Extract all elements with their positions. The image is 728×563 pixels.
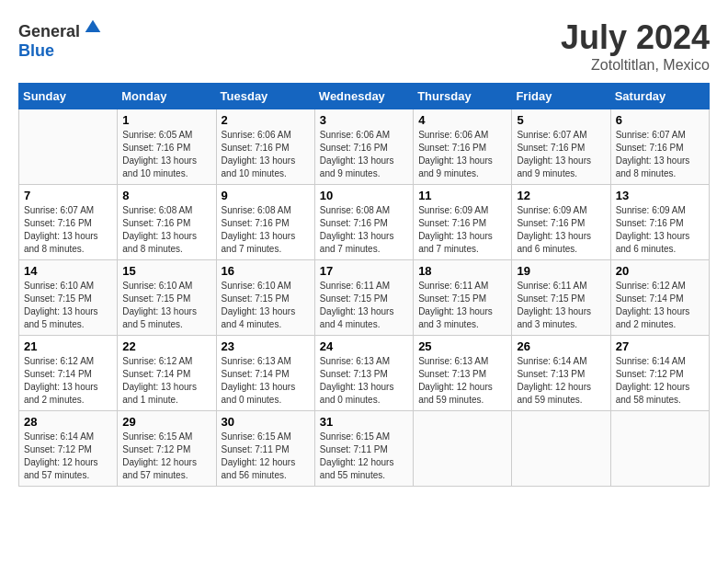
calendar-week-0: 1Sunrise: 6:05 AM Sunset: 7:16 PM Daylig… — [19, 109, 710, 185]
calendar-week-4: 28Sunrise: 6:14 AM Sunset: 7:12 PM Dayli… — [19, 411, 710, 487]
calendar-cell: 14Sunrise: 6:10 AM Sunset: 7:15 PM Dayli… — [19, 260, 118, 336]
day-info: Sunrise: 6:12 AM Sunset: 7:14 PM Dayligh… — [616, 280, 704, 331]
calendar-cell: 5Sunrise: 6:07 AM Sunset: 7:16 PM Daylig… — [512, 109, 610, 185]
day-info: Sunrise: 6:14 AM Sunset: 7:12 PM Dayligh… — [616, 355, 704, 407]
day-number: 17 — [320, 264, 408, 278]
day-info: Sunrise: 6:12 AM Sunset: 7:14 PM Dayligh… — [122, 355, 210, 407]
calendar-cell: 30Sunrise: 6:15 AM Sunset: 7:11 PM Dayli… — [216, 411, 314, 487]
calendar-cell: 28Sunrise: 6:14 AM Sunset: 7:12 PM Dayli… — [19, 411, 118, 487]
logo: General Blue — [18, 18, 102, 61]
day-info: Sunrise: 6:11 AM Sunset: 7:15 PM Dayligh… — [320, 280, 408, 331]
day-info: Sunrise: 6:15 AM Sunset: 7:11 PM Dayligh… — [222, 431, 310, 482]
calendar-cell: 17Sunrise: 6:11 AM Sunset: 7:15 PM Dayli… — [314, 260, 413, 336]
day-number: 26 — [517, 339, 605, 353]
day-info: Sunrise: 6:12 AM Sunset: 7:14 PM Dayligh… — [24, 355, 112, 407]
day-number: 7 — [24, 189, 112, 202]
calendar-cell: 1Sunrise: 6:05 AM Sunset: 7:16 PM Daylig… — [118, 109, 216, 185]
title-area: July 2024 Zotoltitlan, Mexico — [561, 18, 710, 74]
day-number: 12 — [517, 189, 605, 202]
day-number: 25 — [418, 339, 506, 353]
calendar-cell: 27Sunrise: 6:14 AM Sunset: 7:12 PM Dayli… — [610, 336, 709, 411]
header-row: SundayMondayTuesdayWednesdayThursdayFrid… — [19, 84, 710, 109]
calendar-cell: 7Sunrise: 6:07 AM Sunset: 7:16 PM Daylig… — [19, 185, 118, 260]
calendar-cell: 15Sunrise: 6:10 AM Sunset: 7:15 PM Dayli… — [118, 260, 216, 336]
calendar-week-3: 21Sunrise: 6:12 AM Sunset: 7:14 PM Dayli… — [19, 336, 710, 411]
day-number: 10 — [320, 189, 408, 202]
day-info: Sunrise: 6:06 AM Sunset: 7:16 PM Dayligh… — [222, 129, 310, 180]
day-number: 31 — [320, 415, 408, 429]
day-info: Sunrise: 6:09 AM Sunset: 7:16 PM Dayligh… — [418, 204, 506, 256]
calendar-cell: 11Sunrise: 6:09 AM Sunset: 7:16 PM Dayli… — [414, 185, 512, 260]
day-info: Sunrise: 6:10 AM Sunset: 7:15 PM Dayligh… — [24, 280, 112, 331]
header-day-saturday: Saturday — [610, 84, 709, 109]
day-number: 14 — [24, 264, 112, 278]
day-number: 2 — [222, 113, 310, 127]
calendar-cell: 26Sunrise: 6:14 AM Sunset: 7:13 PM Dayli… — [512, 336, 610, 411]
header-day-sunday: Sunday — [19, 84, 118, 109]
calendar-cell: 8Sunrise: 6:08 AM Sunset: 7:16 PM Daylig… — [118, 185, 216, 260]
day-info: Sunrise: 6:08 AM Sunset: 7:16 PM Dayligh… — [122, 204, 210, 256]
day-info: Sunrise: 6:11 AM Sunset: 7:15 PM Dayligh… — [517, 280, 605, 331]
day-number: 18 — [418, 264, 506, 278]
calendar-cell: 29Sunrise: 6:15 AM Sunset: 7:12 PM Dayli… — [118, 411, 216, 487]
day-info: Sunrise: 6:08 AM Sunset: 7:16 PM Dayligh… — [320, 204, 408, 256]
calendar-cell: 3Sunrise: 6:06 AM Sunset: 7:16 PM Daylig… — [314, 109, 413, 185]
day-info: Sunrise: 6:14 AM Sunset: 7:12 PM Dayligh… — [24, 431, 112, 482]
calendar-cell: 13Sunrise: 6:09 AM Sunset: 7:16 PM Dayli… — [610, 185, 709, 260]
calendar-cell: 25Sunrise: 6:13 AM Sunset: 7:13 PM Dayli… — [414, 336, 512, 411]
day-number: 11 — [418, 189, 506, 202]
day-info: Sunrise: 6:11 AM Sunset: 7:15 PM Dayligh… — [418, 280, 506, 331]
day-info: Sunrise: 6:06 AM Sunset: 7:16 PM Dayligh… — [320, 129, 408, 180]
day-number: 29 — [122, 415, 210, 429]
day-info: Sunrise: 6:07 AM Sunset: 7:16 PM Dayligh… — [517, 129, 605, 180]
calendar-week-1: 7Sunrise: 6:07 AM Sunset: 7:16 PM Daylig… — [19, 185, 710, 260]
svg-marker-0 — [85, 20, 101, 32]
calendar-cell: 16Sunrise: 6:10 AM Sunset: 7:15 PM Dayli… — [216, 260, 314, 336]
calendar-cell — [414, 411, 512, 487]
day-number: 4 — [418, 113, 506, 127]
day-number: 30 — [222, 415, 310, 429]
calendar-cell: 23Sunrise: 6:13 AM Sunset: 7:14 PM Dayli… — [216, 336, 314, 411]
calendar-cell: 21Sunrise: 6:12 AM Sunset: 7:14 PM Dayli… — [19, 336, 118, 411]
calendar-cell: 12Sunrise: 6:09 AM Sunset: 7:16 PM Dayli… — [512, 185, 610, 260]
calendar-cell: 19Sunrise: 6:11 AM Sunset: 7:15 PM Dayli… — [512, 260, 610, 336]
day-info: Sunrise: 6:07 AM Sunset: 7:16 PM Dayligh… — [24, 204, 112, 256]
calendar-week-2: 14Sunrise: 6:10 AM Sunset: 7:15 PM Dayli… — [19, 260, 710, 336]
day-number: 3 — [320, 113, 408, 127]
calendar-cell: 6Sunrise: 6:07 AM Sunset: 7:16 PM Daylig… — [610, 109, 709, 185]
logo-blue-text: Blue — [18, 41, 54, 61]
day-number: 15 — [122, 264, 210, 278]
day-info: Sunrise: 6:06 AM Sunset: 7:16 PM Dayligh… — [418, 129, 506, 180]
calendar-title: July 2024 — [561, 18, 710, 57]
day-number: 16 — [222, 264, 310, 278]
day-info: Sunrise: 6:09 AM Sunset: 7:16 PM Dayligh… — [517, 204, 605, 256]
day-number: 23 — [222, 339, 310, 353]
logo-icon — [84, 18, 102, 37]
day-number: 6 — [616, 113, 704, 127]
day-info: Sunrise: 6:14 AM Sunset: 7:13 PM Dayligh… — [517, 355, 605, 407]
day-info: Sunrise: 6:15 AM Sunset: 7:11 PM Dayligh… — [320, 431, 408, 482]
calendar-cell: 2Sunrise: 6:06 AM Sunset: 7:16 PM Daylig… — [216, 109, 314, 185]
day-info: Sunrise: 6:13 AM Sunset: 7:14 PM Dayligh… — [222, 355, 310, 407]
day-info: Sunrise: 6:10 AM Sunset: 7:15 PM Dayligh… — [122, 280, 210, 331]
day-number: 21 — [24, 339, 112, 353]
day-info: Sunrise: 6:07 AM Sunset: 7:16 PM Dayligh… — [616, 129, 704, 180]
day-info: Sunrise: 6:13 AM Sunset: 7:13 PM Dayligh… — [320, 355, 408, 407]
day-info: Sunrise: 6:10 AM Sunset: 7:15 PM Dayligh… — [222, 280, 310, 331]
calendar-table: SundayMondayTuesdayWednesdayThursdayFrid… — [18, 83, 710, 487]
calendar-cell: 9Sunrise: 6:08 AM Sunset: 7:16 PM Daylig… — [216, 185, 314, 260]
calendar-cell — [512, 411, 610, 487]
day-info: Sunrise: 6:09 AM Sunset: 7:16 PM Dayligh… — [616, 204, 704, 256]
calendar-subtitle: Zotoltitlan, Mexico — [561, 57, 710, 74]
header-day-friday: Friday — [512, 84, 610, 109]
day-info: Sunrise: 6:13 AM Sunset: 7:13 PM Dayligh… — [418, 355, 506, 407]
header-day-wednesday: Wednesday — [314, 84, 413, 109]
header: General Blue July 2024 Zotoltitlan, Mexi… — [18, 18, 710, 74]
calendar-cell: 31Sunrise: 6:15 AM Sunset: 7:11 PM Dayli… — [314, 411, 413, 487]
header-day-thursday: Thursday — [414, 84, 512, 109]
day-number: 5 — [517, 113, 605, 127]
day-number: 27 — [616, 339, 704, 353]
calendar-cell: 24Sunrise: 6:13 AM Sunset: 7:13 PM Dayli… — [314, 336, 413, 411]
day-number: 9 — [222, 189, 310, 202]
calendar-cell: 20Sunrise: 6:12 AM Sunset: 7:14 PM Dayli… — [610, 260, 709, 336]
